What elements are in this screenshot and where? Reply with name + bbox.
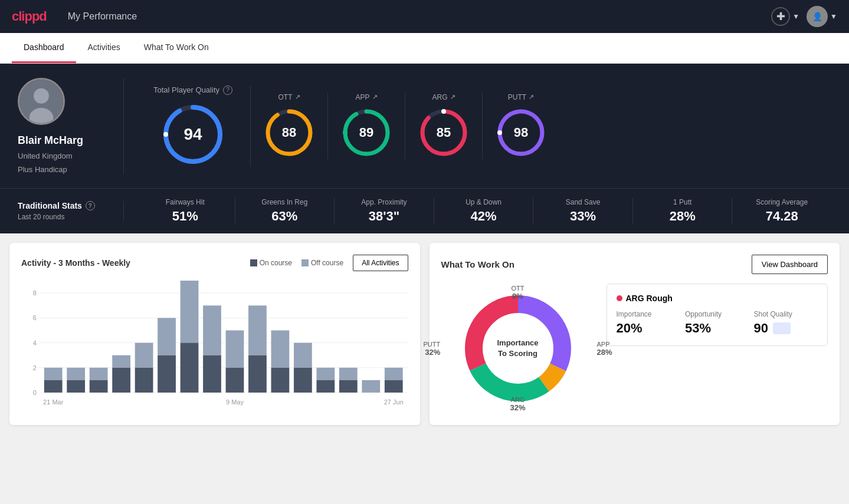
wtwo-header: What To Work On View Dashboard: [441, 255, 828, 274]
tab-what-to-work-on[interactable]: What To Work On: [132, 33, 221, 63]
chart-header: Activity - 3 Months - Weekly On course O…: [21, 255, 408, 271]
arg-trend: ↗: [450, 93, 455, 101]
scores-section: Total Player Quality ? 94 OTT ↗: [124, 85, 831, 167]
svg-rect-39: [181, 281, 199, 342]
donut-label-arg: ARG32%: [510, 396, 525, 412]
tab-activities[interactable]: Activities: [76, 33, 132, 63]
chart-title: Activity - 3 Months - Weekly: [21, 258, 130, 268]
svg-rect-32: [90, 380, 108, 393]
donut-label-ott: OTT8%: [512, 285, 525, 301]
trad-stats-sub: Last 20 rounds: [18, 213, 106, 221]
svg-rect-57: [385, 380, 403, 393]
svg-text:21 Mar: 21 Mar: [43, 398, 64, 406]
arg-circle: 85: [417, 106, 470, 159]
arg-label: ARG ↗: [432, 93, 455, 101]
trad-stat-scoring-value: 74.28: [766, 209, 798, 224]
header: clippd My Performance ✚ ▼ 👤 ▼: [0, 0, 849, 33]
trad-stats-info-icon[interactable]: ?: [86, 201, 95, 210]
player-avatar: [18, 78, 65, 125]
trad-stat-fairways: Fairways Hit 51%: [136, 198, 235, 224]
svg-point-1: [34, 88, 49, 104]
trad-stat-oneputt-value: 28%: [670, 209, 696, 224]
chart-legend: On course Off course: [250, 259, 344, 267]
chart-area: 0246821 Mar9 May27 Jun: [21, 281, 408, 410]
view-dashboard-button[interactable]: View Dashboard: [752, 255, 828, 274]
app-score: APP ↗ 89: [328, 93, 405, 159]
wtwo-card-title: ARG Rough: [617, 294, 818, 303]
activity-chart-panel: Activity - 3 Months - Weekly On course O…: [9, 243, 420, 425]
player-name: Blair McHarg: [18, 134, 83, 147]
avatar[interactable]: 👤: [807, 6, 828, 27]
all-activities-button[interactable]: All Activities: [353, 255, 408, 271]
metric-importance-value: 20%: [617, 321, 681, 336]
trad-stat-updown: Up & Down 42%: [434, 198, 534, 224]
metric-shot-quality: Shot Quality 90: [754, 310, 818, 336]
card-red-dot: [617, 295, 622, 301]
donut-label-app: APP28%: [596, 341, 612, 357]
svg-text:8: 8: [33, 289, 37, 297]
add-dropdown-arrow: ▼: [792, 12, 799, 21]
svg-rect-33: [112, 355, 130, 368]
tabs-bar: Dashboard Activities What To Work On: [0, 33, 849, 64]
player-handicap: Plus Handicap: [18, 165, 67, 174]
avatar-dropdown-arrow: ▼: [830, 12, 837, 21]
svg-rect-44: [226, 368, 244, 393]
header-right: ✚ ▼ 👤 ▼: [771, 6, 837, 27]
app-label: APP ↗: [355, 93, 377, 101]
trad-stats-label: Traditional Stats ? Last 20 rounds: [18, 201, 124, 221]
svg-rect-30: [67, 380, 85, 393]
tpq-circle: 94: [160, 102, 225, 167]
svg-text:0: 0: [33, 389, 37, 396]
arg-value: 85: [437, 125, 451, 140]
ott-label: OTT ↗: [278, 93, 300, 101]
trad-stat-gir-value: 63%: [271, 209, 297, 224]
svg-rect-29: [67, 368, 85, 380]
add-button[interactable]: ✚ ▼: [771, 7, 799, 26]
putt-score: PUTT ↗ 98: [483, 93, 559, 159]
trad-stats-title: Traditional Stats ?: [18, 201, 106, 210]
donut-center-label: ImportanceTo Scoring: [497, 338, 538, 359]
stats-panel: Blair McHarg United Kingdom Plus Handica…: [0, 64, 849, 188]
logo: clippd: [12, 9, 47, 24]
wtwo-metrics: Importance 20% Opportunity 53% Shot Qual…: [617, 310, 818, 336]
svg-rect-45: [248, 305, 267, 355]
svg-rect-56: [385, 368, 403, 380]
ott-score: OTT ↗ 88: [251, 93, 328, 159]
ott-value: 88: [282, 125, 296, 140]
trad-stat-oneputt-label: 1 Putt: [673, 198, 691, 206]
tpq-label: Total Player Quality ?: [153, 85, 232, 95]
legend-off-course-dot: [301, 259, 309, 266]
user-avatar-button[interactable]: 👤 ▼: [807, 6, 837, 27]
trad-stat-sandsave: Sand Save 33%: [533, 198, 633, 224]
svg-text:6: 6: [33, 314, 37, 321]
tpq-info-icon[interactable]: ?: [223, 85, 232, 95]
svg-text:4: 4: [33, 340, 37, 347]
svg-text:9 May: 9 May: [226, 398, 244, 406]
metric-importance: Importance 20%: [617, 310, 681, 336]
ott-circle: 88: [263, 106, 316, 159]
trad-stat-proximity-label: App. Proximity: [361, 198, 407, 206]
wtwo-title: What To Work On: [441, 259, 514, 269]
svg-rect-49: [294, 343, 312, 368]
svg-rect-55: [362, 380, 380, 393]
trad-stat-updown-label: Up & Down: [466, 198, 501, 206]
svg-rect-51: [316, 368, 335, 380]
trad-stat-oneputt: 1 Putt 28%: [633, 198, 733, 224]
app-value: 89: [359, 125, 373, 140]
add-icon[interactable]: ✚: [771, 7, 790, 26]
svg-rect-34: [112, 368, 130, 393]
trad-stat-sandsave-label: Sand Save: [566, 198, 601, 206]
player-info: Blair McHarg United Kingdom Plus Handica…: [18, 78, 124, 174]
trad-stat-updown-value: 42%: [471, 209, 497, 224]
traditional-stats: Traditional Stats ? Last 20 rounds Fairw…: [0, 188, 849, 233]
svg-rect-31: [90, 368, 108, 380]
svg-rect-46: [248, 355, 267, 393]
donut-label-putt: PUTT32%: [424, 341, 441, 357]
svg-rect-37: [158, 318, 176, 355]
svg-rect-48: [271, 368, 290, 393]
svg-rect-42: [203, 355, 221, 393]
bottom-panels: Activity - 3 Months - Weekly On course O…: [0, 233, 849, 434]
tpq-value: 94: [183, 125, 202, 144]
putt-trend: ↗: [529, 93, 534, 101]
tab-dashboard[interactable]: Dashboard: [12, 33, 76, 63]
